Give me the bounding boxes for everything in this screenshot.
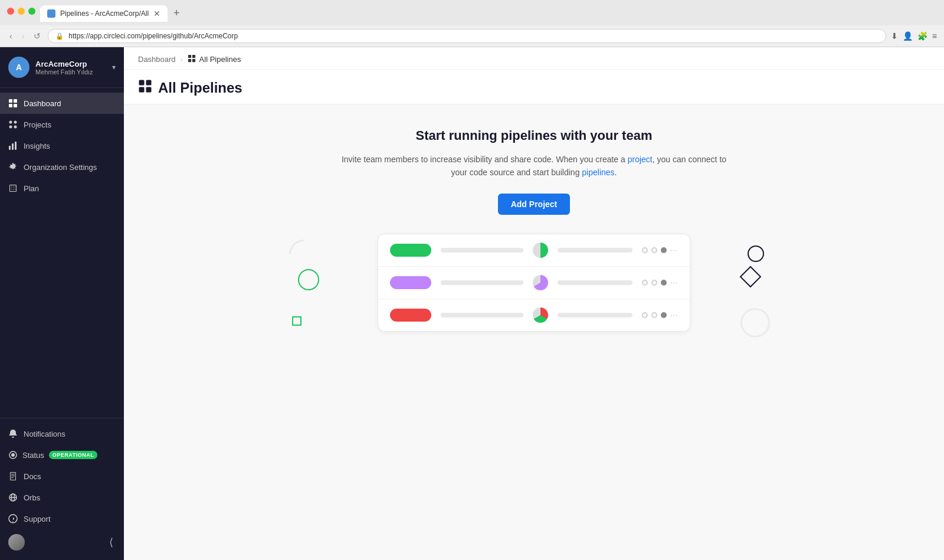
maximize-button[interactable]	[28, 8, 35, 15]
avatar-purple	[533, 275, 548, 290]
sidebar-user-row: ⟨	[0, 529, 124, 555]
sidebar-item-plan[interactable]: Plan	[0, 178, 124, 199]
app-container: A ArcAcmeCorp Mehmet Fatih Yıldız ▾ Dash…	[0, 47, 944, 560]
org-name: ArcAcmeCorp	[35, 60, 106, 68]
page-title: All Pipelines	[138, 79, 930, 97]
address-bar[interactable]: 🔒 https://app.circleci.com/pipelines/git…	[48, 29, 886, 43]
svg-point-7	[14, 126, 17, 129]
empty-state: Start running pipelines with your team I…	[327, 128, 740, 332]
org-avatar: A	[8, 57, 30, 78]
svg-rect-0	[9, 99, 12, 103]
breadcrumb-parent: Dashboard	[138, 55, 176, 64]
sidebar-label-dashboard: Dashboard	[24, 99, 61, 108]
sidebar-label-support: Support	[24, 515, 51, 523]
browser-right-icons: ⬇ 👤 🧩 ≡	[891, 31, 937, 41]
minimize-button[interactable]	[18, 8, 25, 15]
org-header[interactable]: A ArcAcmeCorp Mehmet Fatih Yıldız ▾	[0, 47, 124, 88]
dot-8	[651, 312, 657, 318]
forward-button[interactable]: ›	[19, 30, 27, 42]
line-placeholder-6	[558, 313, 632, 317]
svg-rect-2	[9, 104, 12, 107]
status-icon	[8, 450, 18, 460]
svg-point-17	[12, 521, 14, 522]
dot-4	[642, 280, 648, 286]
dot-more-2: ···	[670, 279, 678, 287]
close-button[interactable]	[7, 8, 14, 15]
docs-icon	[8, 471, 18, 481]
deco-square	[292, 316, 301, 326]
sidebar: A ArcAcmeCorp Mehmet Fatih Yıldız ▾ Dash…	[0, 47, 124, 560]
svg-rect-1	[14, 99, 17, 103]
org-user: Mehmet Fatih Yıldız	[35, 68, 106, 76]
svg-point-6	[9, 126, 12, 129]
dot-7	[642, 312, 648, 318]
illustration-card: ···	[378, 234, 690, 332]
sidebar-item-status[interactable]: Status OPERATIONAL	[0, 444, 124, 466]
empty-state-body: Invite team members to increase visibili…	[339, 153, 729, 179]
dot-more-3: ···	[670, 311, 678, 319]
dashboard-icon	[8, 99, 18, 108]
sidebar-label-plan: Plan	[24, 184, 39, 193]
svg-rect-8	[9, 146, 11, 150]
sidebar-item-notifications[interactable]: Notifications	[0, 423, 124, 444]
breadcrumb-icon	[188, 54, 196, 64]
sidebar-item-support[interactable]: Support	[0, 508, 124, 529]
dot-9-filled	[661, 312, 667, 318]
line-placeholder-2	[558, 248, 632, 253]
pipelines-link[interactable]: pipelines	[582, 168, 614, 177]
sidebar-item-dashboard[interactable]: Dashboard	[0, 93, 124, 114]
tab-close-button[interactable]: ✕	[153, 9, 160, 18]
line-placeholder-4	[558, 280, 632, 285]
svg-rect-3	[14, 104, 17, 107]
svg-rect-20	[188, 59, 191, 62]
dot-5	[651, 280, 657, 286]
dot-more: ···	[670, 246, 678, 254]
line-placeholder-3	[441, 280, 523, 285]
projects-icon	[8, 120, 18, 129]
sidebar-label-docs: Docs	[24, 472, 41, 481]
sidebar-bottom: Notifications Status OPERATIONAL Docs	[0, 418, 124, 560]
reload-button[interactable]: ↺	[31, 30, 43, 42]
sidebar-item-insights[interactable]: Insights	[0, 135, 124, 156]
support-icon	[8, 514, 18, 523]
dot-3-filled	[661, 247, 667, 253]
deco-circle-tr	[748, 245, 764, 262]
svg-rect-22	[139, 80, 145, 86]
sidebar-collapse-button[interactable]: ⟨	[107, 535, 116, 550]
project-link[interactable]: project	[628, 155, 653, 164]
user-avatar[interactable]	[8, 534, 25, 551]
breadcrumb: Dashboard › All Pipelines	[124, 47, 944, 70]
sidebar-item-projects[interactable]: Projects	[0, 114, 124, 135]
profile-icon[interactable]: 👤	[903, 31, 913, 41]
main-body: Start running pipelines with your team I…	[124, 104, 944, 560]
svg-rect-25	[146, 87, 152, 93]
sidebar-nav: Dashboard Projects Insights	[0, 88, 124, 418]
sidebar-item-orbs[interactable]: Orbs	[0, 487, 124, 508]
main-content: Dashboard › All Pipelines All Pipelines …	[124, 47, 944, 560]
line-placeholder	[441, 248, 523, 253]
traffic-lights	[7, 8, 35, 15]
dot-group-2: ···	[642, 279, 678, 287]
extensions-icon[interactable]: 🧩	[917, 31, 927, 41]
menu-icon[interactable]: ≡	[932, 31, 937, 41]
plan-icon	[8, 184, 18, 193]
breadcrumb-current: All Pipelines	[188, 54, 241, 64]
svg-point-5	[14, 121, 17, 124]
tab-title: Pipelines - ArcAcmeCorp/All	[60, 9, 149, 18]
sidebar-item-org-settings[interactable]: Organization Settings	[0, 156, 124, 178]
add-project-button[interactable]: Add Project	[498, 194, 571, 215]
page-title-icon	[138, 79, 152, 97]
page-header: All Pipelines	[124, 70, 944, 104]
dot-group-1: ···	[642, 246, 678, 254]
active-tab[interactable]: Pipelines - ArcAcmeCorp/All ✕	[40, 5, 168, 22]
deco-diamond	[740, 266, 762, 287]
new-tab-button[interactable]: +	[169, 5, 185, 22]
avatar-green	[533, 243, 548, 258]
browser-chrome: Pipelines - ArcAcmeCorp/All ✕ +	[0, 0, 944, 25]
svg-rect-23	[146, 80, 152, 86]
illustration-wrapper: ···	[339, 234, 729, 332]
download-icon[interactable]: ⬇	[891, 31, 898, 41]
deco-circle-tl	[298, 269, 319, 290]
back-button[interactable]: ‹	[7, 30, 15, 42]
sidebar-item-docs[interactable]: Docs	[0, 466, 124, 487]
